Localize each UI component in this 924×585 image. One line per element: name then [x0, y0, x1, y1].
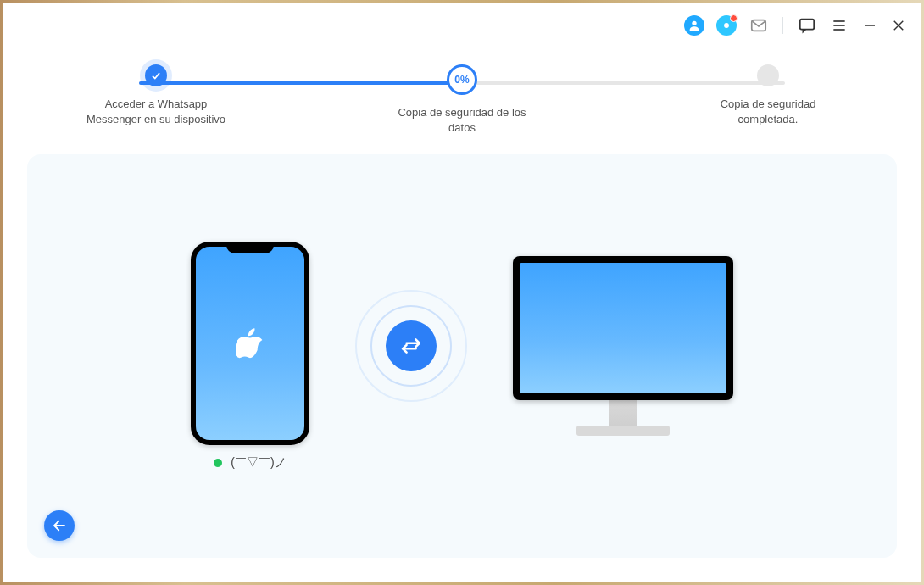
phone-mock	[191, 242, 309, 445]
account-icon[interactable]	[684, 15, 704, 36]
step-2-label: Copia de seguridad de los datos	[386, 105, 538, 136]
app-window: Acceder a Whatsapp Messenger en su dispo…	[3, 3, 921, 582]
step-2: 0% Copia de seguridad de los datos	[386, 64, 538, 136]
apple-logo-icon	[236, 326, 264, 360]
close-button[interactable]	[890, 17, 907, 34]
step-3-label: Copia de seguridad completada.	[692, 97, 844, 127]
step-1-node	[145, 64, 167, 86]
step-2-node: 0%	[447, 64, 477, 95]
phone-screen	[196, 247, 304, 440]
device-status: (￣▽￣)ノ	[214, 455, 286, 471]
titlebar	[3, 3, 921, 47]
monitor-stand-base	[576, 426, 670, 436]
feedback-icon[interactable]	[797, 15, 817, 36]
svg-point-0	[692, 21, 696, 25]
mail-icon[interactable]	[749, 15, 769, 36]
minimize-button[interactable]	[861, 17, 878, 34]
titlebar-divider	[782, 17, 783, 34]
main-panel: (￣▽￣)ノ	[27, 154, 897, 558]
step-1: Acceder a Whatsapp Messenger en su dispo…	[80, 64, 232, 127]
monitor-mock	[513, 256, 733, 400]
back-button[interactable]	[44, 510, 75, 541]
step-3: Copia de seguridad completada.	[692, 64, 844, 127]
step-1-label: Acceder a Whatsapp Messenger en su dispo…	[80, 97, 232, 127]
phone-notch	[226, 242, 274, 254]
monitor-stand-neck	[609, 400, 637, 426]
svg-rect-3	[800, 20, 815, 30]
source-device: (￣▽￣)ノ	[191, 242, 309, 471]
status-dot-icon	[214, 459, 222, 467]
monitor-screen	[520, 263, 726, 393]
menu-icon[interactable]	[829, 15, 849, 36]
transfer-icon	[386, 320, 437, 371]
step-3-node	[757, 64, 779, 86]
progress-steps: Acceder a Whatsapp Messenger en su dispo…	[3, 47, 921, 144]
cloud-icon[interactable]	[716, 15, 737, 36]
device-name: (￣▽￣)ノ	[231, 455, 286, 471]
step-2-value: 0%	[454, 74, 469, 86]
target-device	[513, 256, 733, 436]
